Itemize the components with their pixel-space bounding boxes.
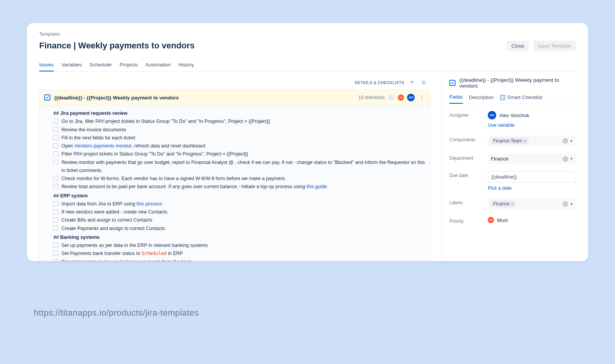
checklist-item[interactable]: Set up payments as per data in the ERP i… — [53, 242, 426, 250]
issue-title: {{deadline}} - {{Project}} Weekly paymen… — [54, 95, 354, 101]
pick-date-link[interactable]: Pick a date — [488, 185, 576, 191]
checkbox[interactable] — [53, 160, 58, 165]
checklist-text: Go to Jira, filter PAY-project tickets i… — [62, 117, 270, 126]
checklist-text: Check monitor for W-forms. Each vendor h… — [62, 175, 286, 183]
field-label-priority: Priority — [449, 218, 488, 224]
breadcrumb[interactable]: Templates — [39, 31, 576, 37]
checklist-item[interactable]: If new vendors were added - create new C… — [53, 208, 426, 216]
page-title: Finance | Weekly payments to vendors — [39, 41, 194, 51]
remove-tag-icon[interactable]: × — [524, 139, 526, 143]
use-variable-link[interactable]: Use variable — [488, 122, 576, 128]
checklist-body: ## Jira payment requests reviewGo to Jir… — [40, 106, 430, 261]
remove-tag-icon[interactable]: × — [511, 202, 514, 206]
field-label-assignee: Assignee — [449, 113, 488, 118]
more-icon[interactable]: ⋮ — [418, 95, 426, 100]
filter-icon[interactable] — [408, 79, 416, 86]
chevron-down-icon[interactable]: ▾ — [570, 156, 573, 161]
checklist-text: Ping Approver to review and release paym… — [62, 258, 191, 261]
checkbox[interactable] — [53, 251, 58, 256]
checkbox[interactable] — [53, 127, 58, 132]
checkbox[interactable] — [53, 184, 58, 189]
checklist-heading: ## ERP system — [53, 192, 426, 200]
labels-select[interactable]: Finance× ×▾ — [488, 199, 576, 209]
checklist-item[interactable]: Review monitor with payments that go ove… — [53, 159, 426, 175]
issue-card: {{deadline}} - {{Project}} Weekly paymen… — [39, 89, 430, 261]
checkbox[interactable] — [53, 135, 58, 140]
component-tag[interactable]: Finance Team× — [491, 137, 529, 144]
close-button[interactable]: Close — [507, 41, 529, 51]
checklist-item[interactable]: Import data from Jira to ERP using this … — [53, 200, 426, 208]
count-badge[interactable]: - — [388, 94, 395, 101]
tab-automation[interactable]: Automation — [145, 62, 171, 71]
priority-value[interactable]: Must — [488, 217, 576, 223]
checkbox[interactable] — [53, 201, 58, 206]
chevron-down-icon[interactable]: ▾ — [570, 202, 573, 207]
detail-tab-smart-checklist[interactable]: Smart Checklist — [500, 94, 542, 104]
tab-history[interactable]: History — [178, 62, 194, 71]
field-label-duedate: Due date — [449, 173, 488, 178]
field-label-labels: Labels — [449, 200, 488, 205]
checklist-text: Review the invoice documents — [62, 126, 126, 134]
label-tag[interactable]: Finance× — [491, 200, 516, 207]
svg-rect-6 — [399, 97, 402, 98]
checklist-text: Import data from Jira to ERP using this … — [62, 200, 162, 208]
checklist-item[interactable]: Open Vendors payments monitor, refresh d… — [53, 142, 426, 150]
components-select[interactable]: Finance Team× ×▾ — [488, 136, 576, 146]
inline-link[interactable]: this guide — [306, 184, 327, 189]
priority-must-icon — [488, 217, 494, 223]
checkbox[interactable] — [53, 226, 58, 231]
checkbox[interactable] — [53, 259, 58, 261]
template-editor-card: Templates Finance | Weekly payments to v… — [27, 23, 588, 261]
checkbox[interactable] — [53, 209, 58, 214]
checklist-item[interactable]: Review total amount to be paid per bank … — [53, 183, 426, 191]
inline-link[interactable]: this process — [136, 201, 162, 207]
checklist-item[interactable]: Go to Jira, filter PAY-project tickets i… — [53, 117, 426, 126]
status-scheduled: Scheduled — [141, 251, 166, 256]
detail-tab-fields[interactable]: Fields — [449, 94, 463, 104]
chevron-down-icon[interactable]: ▾ — [570, 139, 573, 144]
footer-url: https://titanapps.io/products/jira-templ… — [34, 308, 199, 318]
checklist-item[interactable]: Set Payments bank transfer status to Sch… — [53, 250, 426, 258]
duedate-input[interactable]: {{deadline}} — [488, 171, 576, 182]
clear-icon[interactable]: × — [563, 201, 568, 207]
checklist-item[interactable]: Create Payments and assign to correct Co… — [53, 225, 426, 233]
checkbox[interactable] — [53, 243, 58, 248]
issue-header[interactable]: {{deadline}} - {{Project}} Weekly paymen… — [40, 90, 430, 106]
clear-icon[interactable]: × — [563, 156, 568, 162]
task-icon — [44, 94, 50, 101]
compact-view-icon[interactable] — [420, 79, 427, 86]
inline-link[interactable]: Vendors payments monitor — [75, 143, 131, 149]
checklist-text: Create Payments and assign to correct Co… — [62, 225, 165, 233]
assignee-name[interactable]: Alex Vovchuk — [499, 113, 529, 118]
avatar[interactable]: AV — [407, 94, 415, 101]
checklist-text: Review monitor with payments that go ove… — [62, 159, 426, 175]
tab-scheduler[interactable]: Scheduler — [90, 62, 112, 71]
priority-must-icon — [398, 94, 404, 101]
checklists-count: 15 checklists — [358, 95, 385, 100]
checkbox[interactable] — [53, 176, 58, 181]
checklist-item[interactable]: Ping Approver to review and release paym… — [53, 258, 426, 261]
checkbox[interactable] — [53, 217, 58, 222]
checkbox[interactable] — [53, 119, 58, 124]
detail-tab-description[interactable]: Description — [469, 94, 494, 104]
checklist-item[interactable]: Check monitor for W-forms. Each vendor h… — [53, 175, 426, 183]
tab-issues[interactable]: Issues — [39, 62, 54, 71]
checklist-item[interactable]: Create Bills and assign to correct Conta… — [53, 216, 426, 224]
checkbox[interactable] — [53, 151, 58, 156]
checklist-text: If new vendors were added - create new C… — [62, 208, 167, 216]
checklist-text: Set Payments bank transfer status to Sch… — [62, 250, 183, 258]
task-icon — [449, 80, 455, 86]
tab-projects[interactable]: Projects — [120, 62, 138, 71]
checklist-item[interactable]: Review the invoice documents — [53, 126, 426, 134]
details-panel: {{deadline}} - {{Project}} Weekly paymen… — [441, 77, 576, 261]
checkbox[interactable] — [53, 143, 58, 148]
checklist-item[interactable]: Fill in the next fields for each ticket: — [53, 134, 426, 142]
save-template-button[interactable]: Save Template — [534, 41, 576, 51]
clear-icon[interactable]: × — [563, 138, 568, 144]
avatar[interactable]: AV — [488, 111, 496, 119]
checklist-text: Fill in the next fields for each ticket: — [62, 134, 136, 142]
department-select[interactable]: Finance ×▾ — [488, 154, 576, 164]
toolbar-label: DETAILS & CHECKLISTS — [355, 81, 404, 85]
checklist-item[interactable]: Filter PAY-project tickets in Status Gro… — [53, 150, 426, 158]
tab-variables[interactable]: Variables — [62, 62, 82, 71]
